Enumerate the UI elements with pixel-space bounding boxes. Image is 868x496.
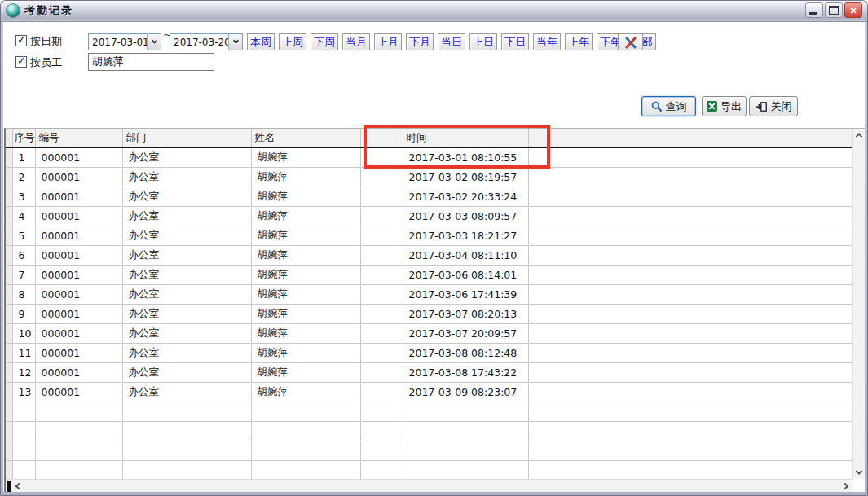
- horizontal-scroll-thumb[interactable]: [7, 481, 11, 492]
- cell-seq: 12: [12, 362, 35, 382]
- chevron-down-icon: [151, 38, 156, 44]
- quick-filter-button-1[interactable]: 本周: [247, 33, 275, 50]
- cell-name: 胡婉萍: [251, 206, 360, 226]
- cell-dept: 办公室: [122, 147, 251, 167]
- cell-name: 胡婉萍: [251, 323, 360, 343]
- maximize-button[interactable]: [825, 2, 843, 18]
- column-header-time[interactable]: 时间: [403, 129, 528, 147]
- table-row[interactable]: 12000001办公室胡婉萍2017-03-08 17:43:22: [6, 362, 852, 382]
- table-row[interactable]: 4000001办公室胡婉萍2017-03-03 08:09:57: [6, 206, 852, 226]
- cell-id: 000001: [35, 304, 122, 323]
- attendance-table-body: 1000001办公室胡婉萍2017-03-01 08:10:552000001办…: [6, 147, 852, 479]
- table-row[interactable]: 6000001办公室胡婉萍2017-03-04 08:11:10: [6, 245, 852, 265]
- minimize-button[interactable]: [805, 2, 823, 18]
- cell-name: 胡婉萍: [251, 304, 360, 323]
- table-row[interactable]: 5000001办公室胡婉萍2017-03-03 18:21:27: [6, 226, 852, 245]
- cell-dept: 办公室: [122, 304, 251, 323]
- scroll-down-button[interactable]: [853, 466, 865, 479]
- scroll-up-button[interactable]: [853, 129, 865, 142]
- export-button[interactable]: 导出: [702, 96, 747, 116]
- employee-input[interactable]: [88, 53, 214, 71]
- cell-seq: 1: [12, 147, 35, 167]
- column-header-dept[interactable]: 部门: [122, 129, 251, 147]
- quick-filter-button-3[interactable]: 下周: [311, 33, 338, 50]
- by-date-label: 按日期: [30, 34, 62, 49]
- by-date-checkbox[interactable]: [15, 35, 27, 46]
- cell-dept: 办公室: [122, 187, 251, 206]
- cell-seq: 9: [12, 304, 35, 323]
- cell-seq: 3: [12, 187, 35, 206]
- cell-id: 000001: [35, 226, 122, 245]
- cell-id: 000001: [35, 323, 122, 343]
- date-to-dropdown-button[interactable]: [228, 34, 242, 50]
- quick-filter-button-6[interactable]: 下月: [406, 33, 434, 50]
- cell-id: 000001: [35, 167, 122, 187]
- cell-id: 000001: [35, 147, 122, 167]
- column-header-name[interactable]: 姓名: [251, 129, 360, 147]
- cell-seq: 6: [12, 245, 35, 265]
- table-row[interactable]: 2000001办公室胡婉萍2017-03-02 08:19:57: [6, 167, 852, 187]
- cell-time: 2017-03-07 08:20:13: [403, 304, 528, 323]
- table-row[interactable]: 3000001办公室胡婉萍2017-03-02 20:33:24: [6, 187, 852, 206]
- table-row[interactable]: 1000001办公室胡婉萍2017-03-01 08:10:55: [6, 147, 852, 167]
- app-icon: [7, 4, 20, 17]
- table-row[interactable]: 9000001办公室胡婉萍2017-03-07 08:20:13: [6, 304, 852, 323]
- quick-filter-button-8[interactable]: 上日: [469, 33, 497, 50]
- date-from-value: 2017-03-01: [89, 34, 147, 50]
- quick-filter-button-7[interactable]: 当日: [438, 33, 465, 50]
- quick-filter-button-9[interactable]: 下日: [501, 33, 529, 50]
- cell-seq: 11: [12, 343, 35, 362]
- cell-name: 胡婉萍: [251, 362, 360, 382]
- vertical-scrollbar[interactable]: [852, 129, 865, 479]
- table-row[interactable]: 11000001办公室胡婉萍2017-03-08 08:12:48: [6, 343, 852, 362]
- table-row[interactable]: 13000001办公室胡婉萍2017-03-09 08:23:07: [6, 382, 852, 402]
- empty-row: [6, 460, 852, 479]
- close-window-button[interactable]: ✕: [844, 2, 862, 18]
- window: 考勤记录 ✕ 按日期 2017-03-01 ~ 2017-03-20 本周上周下…: [0, 0, 868, 496]
- export-button-label: 导出: [720, 99, 742, 114]
- minimize-icon: [809, 12, 817, 15]
- cell-seq: 2: [12, 167, 35, 187]
- cell-seq: 10: [12, 323, 35, 343]
- quick-filter-button-2[interactable]: 上周: [279, 33, 306, 50]
- chevron-left-icon: [15, 483, 22, 489]
- date-to-combo[interactable]: 2017-03-20: [170, 33, 243, 50]
- chevron-right-icon: [842, 483, 848, 489]
- horizontal-scrollbar[interactable]: [6, 479, 852, 492]
- quick-filter-button-11[interactable]: 上年: [565, 33, 593, 50]
- titlebar: 考勤记录 ✕: [1, 1, 867, 22]
- table-row[interactable]: 10000001办公室胡婉萍2017-03-07 20:09:57: [6, 323, 852, 343]
- window-title: 考勤记录: [24, 3, 805, 18]
- column-header-seq[interactable]: 序号: [12, 129, 35, 147]
- scroll-right-button[interactable]: [839, 480, 852, 492]
- query-button[interactable]: 查询: [641, 96, 696, 116]
- cell-id: 000001: [35, 362, 122, 382]
- cell-time: 2017-03-06 08:14:01: [403, 265, 528, 284]
- quick-filter-button-4[interactable]: 当月: [342, 33, 370, 50]
- chevron-up-icon: [856, 133, 862, 139]
- scroll-left-button[interactable]: [12, 480, 25, 492]
- maximize-icon: [829, 6, 839, 15]
- cell-time: 2017-03-09 08:23:07: [403, 382, 528, 402]
- close-icon: ✕: [849, 6, 857, 15]
- cell-time: 2017-03-08 17:43:22: [403, 362, 528, 382]
- by-employee-checkbox[interactable]: [15, 56, 27, 68]
- close-button[interactable]: 关闭: [749, 96, 798, 116]
- date-from-dropdown-button[interactable]: [147, 34, 161, 50]
- cell-time: 2017-03-04 08:11:10: [403, 245, 528, 265]
- cell-id: 000001: [35, 187, 122, 206]
- cell-name: 胡婉萍: [251, 147, 360, 167]
- cell-name: 胡婉萍: [251, 187, 360, 206]
- tools-button[interactable]: [618, 33, 643, 50]
- chevron-down-icon: [856, 467, 862, 474]
- cell-id: 000001: [35, 206, 122, 226]
- table-row[interactable]: 7000001办公室胡婉萍2017-03-06 08:14:01: [6, 265, 852, 284]
- cell-time: 2017-03-08 08:12:48: [403, 343, 528, 362]
- column-header-id[interactable]: 编号: [35, 129, 122, 147]
- table-header-row: 序号 编号 部门 姓名 时间: [6, 129, 852, 147]
- date-from-combo[interactable]: 2017-03-01: [88, 33, 161, 50]
- table-row[interactable]: 8000001办公室胡婉萍2017-03-06 17:41:39: [6, 284, 852, 304]
- quick-filter-button-5[interactable]: 上月: [374, 33, 402, 50]
- quick-filter-button-10[interactable]: 当年: [533, 33, 561, 50]
- cell-id: 000001: [35, 245, 122, 265]
